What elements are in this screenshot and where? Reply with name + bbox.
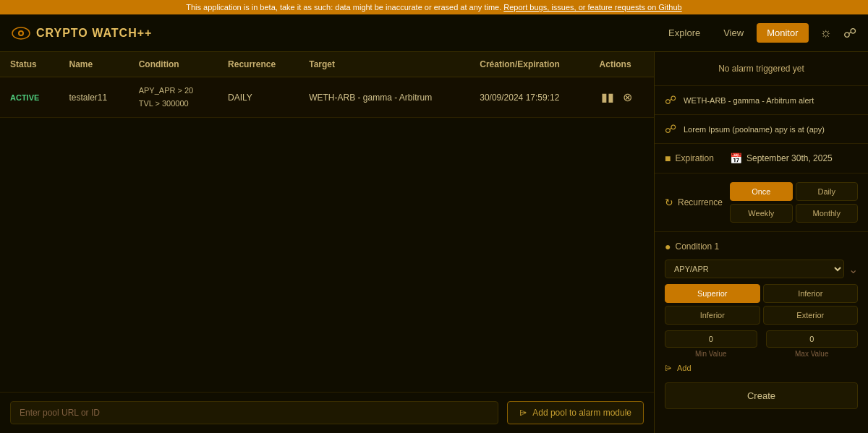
beta-banner: This application is in beta, take it as …: [0, 0, 868, 14]
min-value-label: Min Value: [665, 350, 757, 358]
recurrence-label: ↻ Recurrence: [665, 197, 723, 208]
cond-exterior[interactable]: Exterior: [763, 306, 859, 325]
add-pool-button[interactable]: ⩥ Add pool to alarm module: [507, 401, 644, 424]
row-target: WETH-ARB - gamma - Arbitrum: [299, 77, 469, 118]
add-pool-plus-icon: ⩥: [519, 408, 528, 418]
pool-url-input[interactable]: [10, 401, 498, 424]
row-condition: APY_APR > 20 TVL > 300000: [139, 85, 208, 110]
theme-toggle-icon[interactable]: ☼: [820, 25, 833, 40]
logo-eye-icon: [12, 24, 30, 43]
actions-cell: ▮▮ ⊗: [600, 89, 644, 106]
alert-item-doc[interactable]: ☍ Lorem Ipsum (poolname) apy is at (apy): [655, 115, 868, 144]
status-badge: ACTIVE: [10, 93, 39, 102]
alarm-table: Status Name Condition Recurrence Target …: [0, 52, 654, 118]
add-pool-bar: ⩥ Add pool to alarm module: [0, 392, 654, 433]
delete-button[interactable]: ⊗: [621, 89, 634, 106]
beta-text: This application is in beta, take it as …: [186, 3, 501, 12]
expiration-row: ■ Expiration 📅 September 30th, 2025: [665, 153, 858, 164]
header: CRYPTO WATCH++ Explore View Monitor ☼ ☍: [0, 14, 868, 52]
alert-label-2: Lorem Ipsum (poolname) apy is at (apy): [684, 125, 825, 134]
logo-area: CRYPTO WATCH++: [12, 24, 152, 43]
left-panel: Status Name Condition Recurrence Target …: [0, 52, 655, 433]
logo-text: CRYPTO WATCH++: [36, 27, 152, 40]
alert-item-bell[interactable]: ☍ WETH-ARB - gamma - Arbitrum alert: [655, 86, 868, 115]
expiration-icon: ■: [665, 153, 671, 164]
expiration-label: ■ Expiration: [665, 153, 723, 164]
expiration-section: ■ Expiration 📅 September 30th, 2025: [655, 144, 868, 173]
recurrence-daily[interactable]: Daily: [796, 182, 858, 201]
calendar-icon: 📅: [730, 153, 742, 164]
condition-type-row: APY/APR ⌄: [665, 260, 858, 278]
github-link[interactable]: Report bugs, issues, or feature requests…: [503, 3, 681, 12]
main-layout: Status Name Condition Recurrence Target …: [0, 52, 868, 433]
value-row: 0 Min Value 0 Max Value: [665, 330, 858, 358]
recurrence-section: ↻ Recurrence Once Daily Weekly Monthly: [655, 173, 868, 232]
select-chevron-icon: ⌄: [848, 262, 858, 276]
col-condition: Condition: [129, 52, 218, 77]
max-value-label: Max Value: [766, 350, 859, 358]
col-status: Status: [0, 52, 59, 77]
min-value-input[interactable]: 0: [665, 330, 757, 348]
col-name: Name: [59, 52, 128, 77]
cond-inferior-2[interactable]: Inferior: [665, 306, 760, 325]
no-alarm-message: No alarm triggered yet: [655, 52, 868, 86]
col-actions: Actions: [590, 52, 654, 77]
expiration-value: 📅 September 30th, 2025: [730, 153, 833, 164]
create-button[interactable]: Create: [665, 382, 858, 409]
min-value-group: 0 Min Value: [665, 330, 757, 358]
condition-header: ● Condition 1: [665, 241, 858, 252]
recurrence-weekly[interactable]: Weekly: [730, 204, 792, 223]
document-icon: ☍: [665, 122, 676, 136]
recurrence-grid: Once Daily Weekly Monthly: [730, 182, 858, 223]
add-condition-row[interactable]: ⩥ Add: [665, 364, 858, 372]
condition-comparison-buttons: Superior Inferior Inferior Exterior: [665, 284, 858, 325]
condition-type-select[interactable]: APY/APR: [665, 260, 844, 278]
nav-explore[interactable]: Explore: [658, 23, 710, 43]
row-datetime: 30/09/2024 17:59:12: [469, 77, 589, 118]
nav-view[interactable]: View: [713, 23, 754, 43]
condition-plus-icon: ●: [665, 241, 671, 252]
row-name: testaler11: [59, 77, 128, 118]
condition-section: ● Condition 1 APY/APR ⌄ Superior Inferio…: [655, 232, 868, 418]
col-target: Target: [299, 52, 469, 77]
add-condition-icon: ⩥: [665, 364, 673, 372]
svg-point-2: [20, 32, 22, 35]
nav-links: Explore View Monitor: [658, 23, 808, 43]
nav-monitor[interactable]: Monitor: [757, 23, 808, 43]
cond-superior[interactable]: Superior: [665, 284, 760, 303]
max-value-input[interactable]: 0: [766, 330, 859, 348]
pause-button[interactable]: ▮▮: [600, 89, 616, 106]
cond-inferior-1[interactable]: Inferior: [763, 284, 859, 303]
right-panel: No alarm triggered yet ☍ WETH-ARB - gamm…: [655, 52, 868, 433]
add-condition-label: Add: [677, 364, 692, 372]
recurrence-once[interactable]: Once: [730, 182, 792, 201]
col-recurrence: Recurrence: [218, 52, 299, 77]
bookmark-icon[interactable]: ☍: [843, 25, 856, 41]
recurrence-icon: ↻: [665, 197, 673, 208]
header-icons: ☼ ☍: [820, 25, 857, 41]
col-creation: Création/Expiration: [469, 52, 589, 77]
table-header-row: Status Name Condition Recurrence Target …: [0, 52, 654, 77]
bell-icon: ☍: [665, 93, 676, 107]
row-recurrence: DAILY: [218, 77, 299, 118]
recurrence-monthly[interactable]: Monthly: [796, 204, 858, 223]
recurrence-row: ↻ Recurrence Once Daily Weekly Monthly: [665, 182, 858, 223]
table-row: ACTIVE testaler11 APY_APR > 20 TVL > 300…: [0, 77, 654, 118]
max-value-group: 0 Max Value: [766, 330, 859, 358]
alert-label-1: WETH-ARB - gamma - Arbitrum alert: [684, 96, 814, 105]
